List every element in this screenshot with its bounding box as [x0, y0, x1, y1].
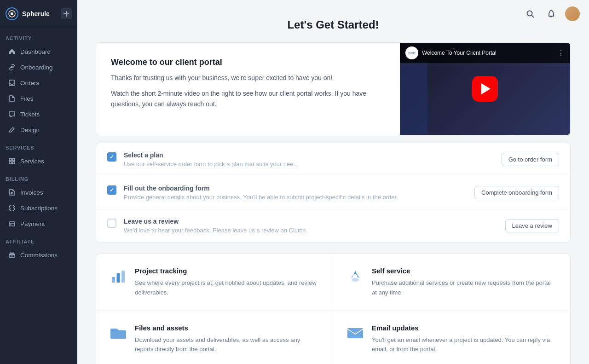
feature-text-files-assets: Files and assets Download your assets an…	[135, 324, 320, 355]
svg-rect-3	[64, 13, 69, 14]
feature-self-service: Self service Purchase additional service…	[333, 254, 570, 311]
sidebar-item-tickets[interactable]: Tickets	[3, 107, 75, 121]
checkbox-leave-review[interactable]	[107, 219, 116, 228]
step-row-onboarding-form: ✓ Fill out the onboarding form Provide g…	[96, 176, 570, 209]
svg-rect-13	[10, 224, 12, 225]
feature-text-self-service: Self service Purchase additional service…	[372, 267, 557, 298]
link-icon	[8, 64, 16, 71]
svg-point-16	[527, 11, 532, 16]
feature-files-assets: Files and assets Download your assets an…	[96, 311, 333, 364]
step-desc-select-plan: Use our self-service order form to pick …	[124, 161, 494, 168]
sidebar-item-design[interactable]: Design	[3, 122, 75, 137]
step-desc-onboarding-form: Provide general details about your busin…	[124, 194, 467, 201]
add-button[interactable]	[61, 8, 72, 19]
sidebar-item-label: Services	[20, 158, 44, 165]
feature-text-email-updates: Email updates You'll get an email whenev…	[372, 324, 557, 355]
feature-title-email-updates: Email updates	[372, 324, 557, 332]
svg-point-1	[11, 12, 13, 15]
step-content-select-plan: Select a plan Use our self-service order…	[124, 151, 494, 168]
activity-section-label: Activity	[0, 28, 77, 44]
go-to-order-form-button[interactable]: Go to order form	[502, 153, 559, 166]
steps-card: ✓ Select a plan Use our self-service ord…	[96, 143, 571, 243]
svg-rect-19	[117, 273, 120, 283]
sidebar-item-subscriptions[interactable]: Subscriptions	[3, 201, 75, 215]
svg-rect-22	[347, 328, 363, 338]
leave-a-review-button[interactable]: Leave a review	[505, 219, 559, 232]
sidebar-item-orders[interactable]: Orders	[3, 75, 75, 90]
grid-icon	[8, 157, 16, 165]
checkbox-onboarding-form[interactable]: ✓	[107, 185, 116, 195]
sidebar-item-label: Files	[20, 95, 34, 102]
services-section-label: Services	[0, 138, 77, 153]
file-icon	[8, 95, 16, 102]
video-title-bar: SPP Welcome To Your Client Portal ⋮	[400, 43, 570, 63]
main-content: Let's Get Started! Welcome to our client…	[77, 0, 589, 364]
project-tracking-icon	[109, 267, 127, 285]
checkmark-icon: ✓	[110, 154, 114, 160]
features-grid: Project tracking See where every project…	[96, 254, 571, 364]
files-assets-icon	[109, 324, 127, 342]
svg-line-17	[531, 15, 534, 17]
home-icon	[8, 48, 16, 55]
welcome-para1: Thanks for trusting us with your busines…	[111, 73, 385, 83]
sidebar-item-onboarding[interactable]: Onboarding	[3, 60, 75, 75]
logo-text: Spherule	[22, 10, 50, 17]
gift-icon	[8, 251, 16, 259]
sidebar: Spherule Activity Dashboard Onboarding	[0, 0, 77, 364]
sidebar-header: Spherule	[0, 0, 77, 28]
feature-desc-email-updates: You'll get an email whenever a project i…	[372, 335, 557, 355]
sidebar-item-label: Orders	[20, 80, 39, 87]
affiliate-section-label: Affiliate	[0, 231, 77, 247]
sidebar-item-payment[interactable]: Payment	[3, 216, 75, 231]
welcome-para2: Watch the short 2-minute video on the ri…	[111, 88, 385, 109]
welcome-text-section: Welcome to our client portal Thanks for …	[96, 43, 400, 135]
svg-rect-18	[112, 277, 115, 283]
video-options-icon[interactable]: ⋮	[557, 49, 565, 58]
sidebar-logo: Spherule	[6, 7, 50, 20]
inbox-icon	[8, 79, 16, 87]
feature-project-tracking: Project tracking See where every project…	[96, 254, 333, 311]
logo-icon	[6, 7, 18, 20]
sidebar-item-services[interactable]: Services	[3, 154, 75, 168]
sidebar-item-commissions[interactable]: Commissions	[3, 248, 75, 262]
step-row-leave-review: Leave us a review We'd love to hear your…	[96, 209, 570, 242]
step-title-leave-review: Leave us a review	[124, 218, 498, 225]
complete-onboarding-form-button[interactable]: Complete onboarding form	[474, 186, 559, 199]
step-content-leave-review: Leave us a review We'd love to hear your…	[124, 218, 498, 234]
step-content-onboarding-form: Fill out the onboarding form Provide gen…	[124, 185, 467, 201]
refresh-icon	[8, 204, 16, 212]
sidebar-item-dashboard[interactable]: Dashboard	[3, 44, 75, 59]
sidebar-item-label: Payment	[20, 220, 45, 227]
checkbox-select-plan[interactable]: ✓	[107, 152, 116, 162]
avatar[interactable]	[565, 6, 580, 21]
card-icon	[8, 220, 16, 227]
feature-title-self-service: Self service	[372, 267, 557, 275]
page-title: Let's Get Started!	[96, 18, 571, 31]
notification-icon[interactable]	[544, 6, 559, 21]
feature-desc-project-tracking: See where every project is at, get notif…	[135, 278, 320, 298]
video-title: Welcome To Your Client Portal	[422, 50, 497, 56]
svg-rect-6	[12, 158, 15, 161]
sidebar-item-label: Design	[20, 127, 40, 133]
search-icon[interactable]	[523, 6, 537, 21]
sidebar-item-label: Onboarding	[20, 64, 53, 71]
spp-logo: SPP	[405, 46, 418, 59]
feature-title-project-tracking: Project tracking	[135, 267, 320, 275]
step-action-leave-review: Leave a review	[505, 219, 559, 232]
svg-rect-11	[9, 222, 15, 226]
billing-section-label: Billing	[0, 169, 77, 185]
sidebar-item-label: Commissions	[20, 252, 58, 259]
video-thumbnail[interactable]: SPP Welcome To Your Client Portal ⋮	[400, 43, 570, 135]
feature-desc-files-assets: Download your assets and deliverables, a…	[135, 335, 320, 355]
play-icon	[481, 83, 491, 94]
welcome-card: Welcome to our client portal Thanks for …	[96, 42, 571, 135]
step-desc-leave-review: We'd love to hear your feedback. Please …	[124, 227, 498, 234]
sidebar-item-files[interactable]: Files	[3, 91, 75, 106]
pen-icon	[8, 126, 16, 133]
play-button[interactable]	[472, 76, 498, 102]
svg-point-21	[352, 278, 359, 282]
chat-icon	[8, 110, 16, 118]
sidebar-item-label: Subscriptions	[20, 205, 58, 212]
sidebar-item-invoices[interactable]: Invoices	[3, 185, 75, 200]
svg-rect-8	[12, 162, 15, 164]
